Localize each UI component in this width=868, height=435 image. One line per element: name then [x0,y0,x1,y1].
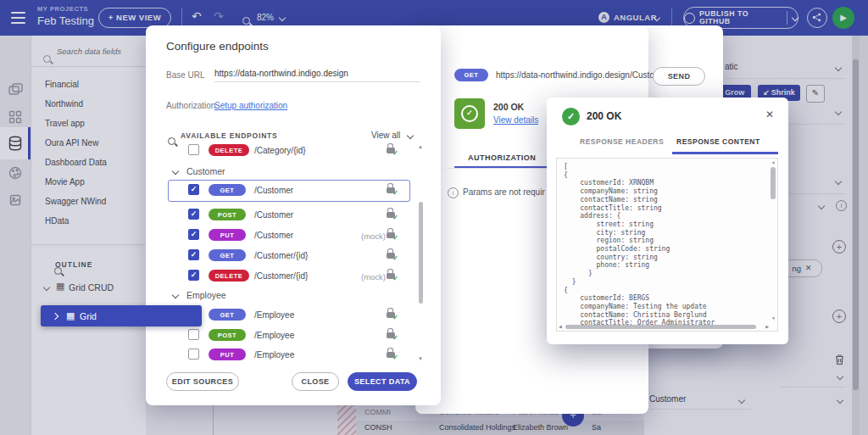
tab-response-headers[interactable]: RESPONSE HEADERS [580,138,664,146]
method-badge: PUT [209,349,246,360]
info-icon[interactable]: i [836,200,847,211]
sidebar-item-travel-app[interactable]: Travel app [45,119,85,128]
method-badge: DELETE [209,270,249,282]
trash-icon[interactable] [834,354,845,368]
play-button[interactable]: ▶ [832,7,854,29]
view-details-link[interactable]: View details [493,116,538,125]
search-input[interactable] [55,46,139,57]
add-item-icon[interactable]: + [832,240,846,254]
scroll-left-arrow[interactable]: ◀ [559,325,562,329]
scroll-down-arrow[interactable]: ▼ [418,356,423,361]
endpoint-row[interactable]: ✓ GET /Customer/{id} ✓ [161,248,415,265]
tab-authorization[interactable]: AUTHORIZATION [468,154,536,162]
base-url-input[interactable] [214,69,420,82]
framework-selector[interactable]: ANGULAR [614,14,657,22]
tab-response-content[interactable]: RESPONSE CONTENT [676,138,760,146]
cell-company: Consolidated Holdings [439,424,515,432]
request-url[interactable]: https://data-northwind.indigo.design/Cus… [496,71,669,80]
auth-lock-icon: ✓ [387,232,395,238]
auth-lock-icon: ✓ [387,332,395,338]
sidebar-item-financial[interactable]: Financial [45,80,79,89]
chip-label: ng [792,265,801,273]
publish-chevron-icon[interactable] [792,14,798,21]
endpoint-row[interactable]: ✓ DELETE /Customer/{id} (mock) ✓ [161,269,415,286]
select-data-button[interactable]: SELECT DATA [348,372,417,391]
assets-icon[interactable] [7,192,24,211]
undo-icon[interactable]: ↶ [192,10,202,22]
panel-scrollbar-thumb[interactable] [853,59,859,390]
endpoint-row[interactable]: PUT /Employee ✓ [161,348,415,365]
sidebar-item-oura-api-new[interactable]: Oura API New [45,138,98,148]
add-item-icon[interactable]: + [832,310,846,323]
sidebar-item-dashboard-data[interactable]: Dashboard Data [45,158,107,167]
endpoint-group-customer[interactable]: Customer [161,165,415,180]
tree-collapse-chevron-icon[interactable] [43,284,50,291]
group-chevron-icon[interactable] [172,168,179,175]
group-chevron-icon[interactable] [172,292,179,298]
left-icon-rail [0,36,31,435]
edit-sources-button[interactable]: EDIT SOURCES [166,372,239,391]
topbar-divider [671,8,672,27]
views-icon[interactable] [7,81,24,101]
share-button[interactable] [807,8,827,28]
endpoint-checkbox-checked[interactable]: ✓ [188,229,199,240]
scroll-up-arrow[interactable]: ▲ [771,160,776,165]
sidebar-item-swagger-nwind[interactable]: Swagger NWind [45,197,106,206]
status-success-tile: ✓ [454,98,485,129]
angular-icon: A [598,12,609,23]
components-icon[interactable] [7,109,24,128]
content-scrollbar-thumb[interactable] [771,167,776,199]
endpoint-checkbox-checked[interactable]: ✓ [188,270,199,281]
list-scrollbar-thumb[interactable] [419,202,423,304]
sidebar-item-movie-app[interactable]: Movie App [45,177,85,187]
zoom-level[interactable]: 82% [257,14,274,22]
send-button[interactable]: SEND [653,67,705,86]
customer-select[interactable]: Customer [649,395,686,404]
endpoint-checkbox-checked[interactable]: ✓ [188,184,199,195]
edit-button[interactable]: ✎ [806,85,825,103]
group-label: Customer [186,167,225,176]
content-hscrollbar-thumb[interactable] [565,325,756,329]
endpoint-row-selected[interactable]: ✓ GET /Customer ✓ [161,183,415,200]
app-window: MY PROJECTS Feb Testing + NEW VIEW ↶ ↷ 8… [0,0,868,435]
chip-close-icon[interactable]: ✕ [805,265,812,272]
group-label: Employee [186,291,226,300]
divider [31,244,146,245]
breadcrumb-projects[interactable]: MY PROJECTS [37,6,88,13]
grid-pinned-column-hatch [337,405,356,435]
endpoint-checkbox-checked[interactable]: ✓ [188,209,199,220]
response-content-box[interactable]: [ { customerId: XRNQBM companyName: stri… [556,158,778,332]
base-url-label: Base URL [166,71,205,80]
table-row[interactable]: CONSH Consolidated Holdings Elizabeth Br… [356,421,644,435]
endpoint-group-employee[interactable]: Employee [161,288,415,304]
scroll-up-arrow[interactable]: ▲ [418,144,423,149]
scroll-right-arrow[interactable]: ▶ [765,325,769,329]
automatic-option-partial[interactable]: atic [725,63,738,71]
endpoint-checkbox[interactable] [188,144,199,155]
zoom-chevron-icon[interactable] [279,14,286,21]
redo-icon[interactable]: ↷ [214,10,224,22]
sidebar-item-northwind[interactable]: Northwind [45,99,83,109]
close-button[interactable]: CLOSE [292,372,339,391]
endpoint-row[interactable]: ✓ PUT /Customer (mock) ✓ [161,228,415,245]
endpoint-row[interactable]: ✓ POST /Customer ✓ [161,208,415,225]
tree-item-grid-selected[interactable]: ▦ Grid [41,305,202,326]
theme-icon[interactable] [7,165,24,184]
zoom-icon[interactable] [242,17,250,25]
hamburger-menu-icon[interactable] [11,12,25,27]
endpoint-checkbox-checked[interactable]: ✓ [188,249,199,260]
scroll-down-arrow[interactable]: ▼ [771,316,776,321]
close-icon[interactable]: ✕ [765,109,774,120]
endpoint-row[interactable]: POST /Employee ✓ [161,328,415,345]
endpoint-row[interactable]: DELETE /Category/{id} ✓ [161,142,415,159]
endpoint-checkbox[interactable] [188,329,199,340]
endpoint-path: /Employee [254,350,294,360]
tree-expand-chevron-icon[interactable] [52,313,58,320]
cell-contact: Elizabeth Brown [513,424,568,432]
sidebar-item-hdata[interactable]: HData [45,216,69,226]
setup-authorization-link[interactable]: Setup authorization [214,102,287,110]
view-all-dropdown[interactable]: View all [371,131,400,140]
tree-item-grid-crud[interactable]: Grid CRUD [69,283,114,293]
data-icon[interactable] [7,135,24,154]
endpoint-checkbox[interactable] [188,349,199,360]
